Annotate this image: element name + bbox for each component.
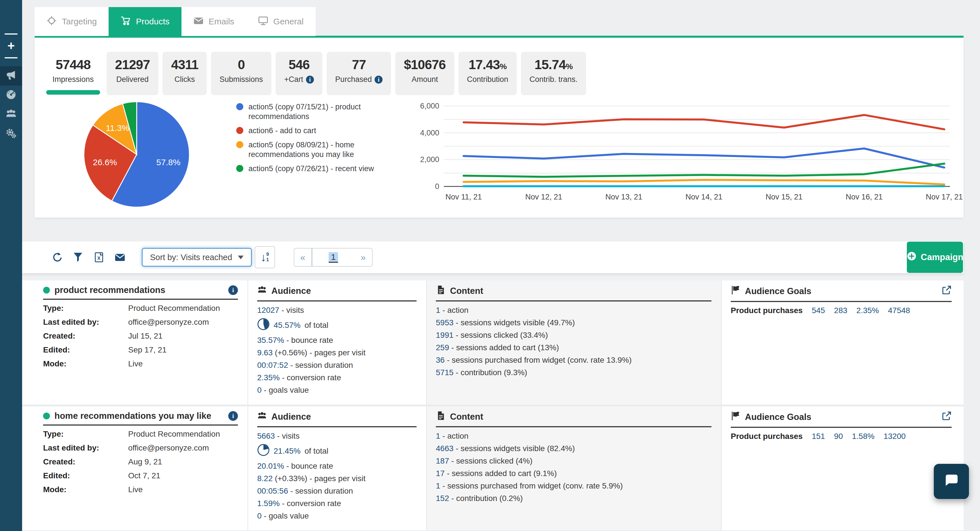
stat-purchased[interactable]: 77Purchasedi	[327, 52, 391, 95]
metric-label: (+0.56%) - pages per visit	[273, 348, 366, 357]
metric-value[interactable]: 259	[436, 343, 449, 352]
audience-metric: 8.22 (+0.33%) - pages per visit	[257, 474, 417, 483]
tab-products[interactable]: Products	[108, 7, 181, 36]
crosshair-icon	[46, 16, 57, 28]
metric-value[interactable]: 45.57%	[274, 320, 301, 330]
goal-value[interactable]: 13200	[884, 432, 906, 441]
sort-by-label: Sort by: Visits reached	[150, 253, 232, 262]
goal-value[interactable]: 283	[834, 306, 847, 315]
metric-value[interactable]: 4663	[436, 444, 453, 453]
stat-label: Submissions	[220, 75, 263, 84]
next-page-button[interactable]: »	[355, 248, 372, 266]
stat-impressions[interactable]: 57448Impressions	[44, 52, 102, 95]
metric-value[interactable]: 20.01%	[257, 461, 284, 470]
tab-targeting[interactable]: Targeting	[35, 7, 108, 36]
goal-value[interactable]: 1.58%	[852, 432, 875, 441]
sidebar-item-dashboard[interactable]	[0, 86, 22, 105]
legend-label: action5 (copy 07/15/21) - product recomm…	[248, 102, 399, 121]
metric-value[interactable]: 00:07:52	[257, 361, 288, 369]
stat-clicks[interactable]: 4311Clicks	[162, 52, 207, 95]
metric-value[interactable]: 8.22	[257, 474, 273, 483]
metric-value[interactable]: 1	[436, 306, 441, 314]
metric-label: - action	[441, 306, 469, 314]
metric-value[interactable]: 0	[257, 386, 262, 395]
info-icon[interactable]: i	[306, 76, 314, 84]
metric-value[interactable]: 1	[436, 482, 441, 490]
stat-delivered[interactable]: 21297Delivered	[107, 52, 159, 95]
doc-icon	[436, 285, 445, 297]
stat-contrib-trans-[interactable]: 15.74%Contrib. trans.	[521, 52, 586, 95]
campaigns-list-region: X Sort by: Visits reached ↓ 91 « 1 » Cam…	[22, 241, 964, 531]
metric-value[interactable]: 35.57%	[257, 336, 284, 344]
goal-value[interactable]: 545	[812, 306, 825, 315]
property-label: Last edited by:	[43, 318, 128, 327]
metric-value[interactable]: 1991	[436, 331, 453, 339]
excel-export-icon[interactable]: X	[94, 252, 104, 263]
sidebar-item-campaigns[interactable]	[0, 66, 22, 86]
external-link-icon[interactable]	[942, 285, 951, 298]
stat-amount[interactable]: $10676Amount	[395, 52, 454, 95]
doc-icon	[436, 411, 445, 423]
metric-value[interactable]: 21.45%	[274, 446, 301, 456]
stat--cart[interactable]: 546+Carti	[275, 52, 322, 95]
metric-value[interactable]: 1	[436, 431, 441, 440]
audience-metric: 00:07:52 - session duration	[257, 360, 417, 370]
metric-value[interactable]: 36	[436, 356, 445, 365]
metric-value[interactable]: 17	[436, 469, 445, 478]
metric-value[interactable]: 12027	[257, 306, 279, 314]
info-icon[interactable]: i	[228, 285, 238, 295]
sort-direction-button[interactable]: ↓ 91	[255, 246, 275, 268]
info-icon[interactable]: i	[375, 76, 383, 84]
refresh-icon[interactable]	[52, 252, 62, 263]
sort-by-dropdown[interactable]: Sort by: Visits reached	[142, 248, 252, 266]
plus-icon[interactable]: +	[7, 40, 15, 52]
sidebar-item-audiences[interactable]	[0, 105, 22, 124]
metric-value[interactable]: 5663	[257, 431, 275, 440]
stat-contribution[interactable]: 17.43%Contribution	[458, 52, 517, 95]
tab-general[interactable]: General	[246, 7, 316, 36]
megaphone-icon	[6, 70, 16, 82]
goal-value[interactable]: 151	[812, 432, 825, 441]
tab-emails[interactable]: Emails	[181, 7, 246, 36]
property-label: Created:	[43, 331, 128, 341]
page-number-input[interactable]: 1	[312, 248, 355, 266]
metric-value[interactable]: 5715	[436, 368, 453, 377]
audience-metric: 00:05:56 - session duration	[257, 486, 417, 496]
external-link-icon[interactable]	[942, 411, 951, 423]
stat-submissions[interactable]: 0Submissions	[211, 52, 271, 95]
property-value: office@personyze.com	[128, 444, 238, 453]
card-header: product recommendationsi	[43, 285, 238, 300]
metric-value[interactable]: 187	[436, 457, 449, 465]
prev-page-button[interactable]: «	[294, 248, 312, 266]
content-metric: 17 - sessions added to cart (9.1%)	[436, 469, 711, 478]
property-label: Mode:	[43, 359, 128, 368]
info-icon[interactable]: i	[228, 411, 238, 421]
audience-metric: 1.59% - conversion rate	[257, 499, 417, 508]
stat-label: Contribution	[467, 75, 508, 84]
filter-icon[interactable]	[73, 252, 83, 263]
add-campaign-button[interactable]: Campaign	[907, 242, 963, 273]
property-value: Oct 7, 21	[128, 471, 238, 480]
metric-value[interactable]: 00:05:56	[257, 487, 288, 495]
metric-value[interactable]: 0	[257, 512, 262, 520]
sidebar-divider	[5, 33, 18, 35]
metric-value[interactable]: 5953	[436, 318, 453, 327]
audience-metric: 5663 - visits	[257, 431, 417, 441]
metric-value[interactable]: 9.63	[257, 348, 273, 357]
card-goals-column: Audience GoalsProduct purchases151901.58…	[721, 406, 961, 531]
stat-value: 57448	[52, 57, 94, 72]
chat-button[interactable]	[934, 464, 969, 499]
content-metric: 1 - action	[436, 306, 711, 315]
goal-value[interactable]: 2.35%	[856, 306, 879, 315]
goal-value[interactable]: 47548	[888, 306, 910, 315]
sidebar-item-settings[interactable]	[0, 124, 22, 143]
metric-label: - sessions widgets visible (49.7%)	[453, 318, 575, 327]
metric-value[interactable]: 1.59%	[257, 499, 280, 508]
metric-label: of total	[305, 320, 328, 330]
metric-value[interactable]: 152	[436, 494, 449, 502]
goal-value[interactable]: 90	[834, 432, 843, 441]
x-tick-label: Nov 15, 21	[765, 193, 803, 201]
metric-value[interactable]: 2.35%	[257, 373, 280, 382]
stat-value: 17.43%	[467, 57, 508, 72]
email-icon[interactable]	[115, 252, 125, 263]
